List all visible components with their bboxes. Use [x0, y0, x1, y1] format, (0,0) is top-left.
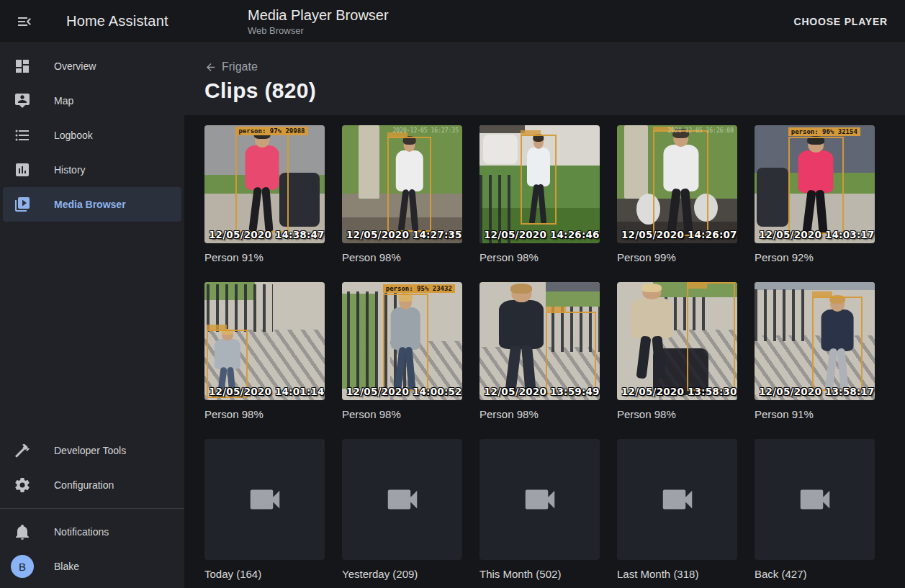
detection-label-chip: person: 96% 32154	[788, 127, 860, 136]
video-camera-icon	[521, 480, 559, 519]
video-camera-icon	[383, 480, 422, 519]
content-header: Frigate Clips (820)	[184, 43, 905, 115]
clip-timestamp: 12/05/2020 13:58:30	[621, 386, 737, 397]
scene-prop	[624, 125, 648, 199]
clip-tile[interactable]: 12/05/2020 13:58:30 Person 98%	[617, 282, 737, 420]
sidebar-item-history[interactable]: History	[3, 153, 181, 187]
choose-player-button[interactable]: CHOOSE PLAYER	[788, 9, 893, 35]
page-title-block: Media Player Browser Web Browser	[248, 7, 389, 36]
clip-tile[interactable]: 2020-12-05 16:26:08 12/05/2020 14:26:07 …	[617, 125, 737, 263]
clip-tile[interactable]: 2020-12-05 16:27:35 12/05/2020 14:27:35 …	[342, 125, 462, 263]
menu-open-icon	[16, 13, 33, 30]
sidebar-item-configuration[interactable]: Configuration	[3, 468, 181, 502]
sidebar-item-map[interactable]: Map	[3, 83, 181, 118]
detection-bounding-box	[521, 135, 557, 225]
detection-mini-chip	[207, 325, 227, 330]
clip-timestamp: 12/05/2020 14:38:47	[209, 229, 325, 240]
clip-caption: Person 98%	[479, 251, 600, 263]
video-camera-icon	[658, 480, 697, 519]
clip-caption: Person 92%	[755, 251, 875, 263]
clip-thumbnail: 2020-12-05 16:26:08 12/05/2020 14:26:07	[617, 125, 737, 243]
scene-prop	[483, 135, 518, 164]
clip-caption: Person 91%	[755, 408, 875, 420]
clip-thumbnail: person: 97% 29988 12/05/2020 14:38:47	[204, 125, 325, 243]
detection-bounding-box	[546, 312, 596, 394]
clip-timestamp: 12/05/2020 14:03:17	[759, 229, 875, 240]
detection-bounding-box	[687, 282, 735, 391]
camera-osd-timestamp: 2020-12-05 16:27:35	[392, 127, 459, 134]
folder-caption: Last Month (318)	[617, 568, 737, 580]
folder-caption: Today (164)	[204, 568, 325, 580]
breadcrumb[interactable]: Frigate	[204, 60, 258, 73]
folder-thumbnail	[204, 439, 325, 560]
clip-thumbnail: 2020-12-05 16:27:35 12/05/2020 14:27:35	[342, 125, 462, 243]
sidebar-item-label: History	[54, 164, 86, 176]
folder-thumbnail	[479, 439, 600, 560]
clip-caption: Person 98%	[479, 408, 600, 420]
detection-bounding-box	[235, 131, 288, 232]
clip-thumbnail: person: 95% 23432 12/05/2020 14:00:52	[342, 282, 462, 400]
clip-caption: Person 98%	[342, 408, 462, 420]
clip-tile[interactable]: 12/05/2020 14:26:46 Person 98%	[479, 125, 600, 263]
clip-caption: Person 99%	[617, 251, 737, 263]
sidebar-item-user-profile[interactable]: B Blake	[3, 549, 181, 584]
clip-timestamp: 12/05/2020 13:58:17	[759, 386, 875, 397]
detection-bounding-box	[653, 130, 708, 237]
map-account-icon	[14, 92, 31, 109]
clip-tile[interactable]: person: 97% 29988 12/05/2020 14:38:47 Pe…	[204, 125, 325, 263]
sidebar-item-label: Configuration	[54, 479, 114, 491]
sidebar-item-notifications[interactable]: Notifications	[3, 515, 181, 549]
folder-tile[interactable]: Yesterday (209)	[342, 439, 462, 580]
sidebar-item-label: Logbook	[54, 130, 93, 141]
person-silhouette	[619, 284, 684, 379]
camera-osd-timestamp: 2020-12-05 16:26:08	[667, 127, 734, 134]
sidebar-item-label: Overview	[54, 60, 96, 72]
folder-tile[interactable]: Last Month (318)	[617, 439, 737, 580]
detection-bounding-box	[387, 137, 431, 231]
sidebar-item-developer-tools[interactable]: Developer Tools	[3, 433, 181, 468]
video-camera-icon	[796, 480, 834, 519]
detection-bounding-box	[788, 137, 844, 233]
sidebar-item-overview[interactable]: Overview	[3, 49, 181, 83]
sidebar-divider	[0, 508, 184, 509]
sidebar-item-label: Developer Tools	[54, 445, 126, 456]
clip-caption: Person 98%	[204, 408, 325, 420]
sidebar-item-media-browser[interactable]: Media Browser	[3, 187, 181, 222]
detection-mini-chip	[521, 130, 541, 135]
folder-tile[interactable]: This Month (502)	[479, 439, 600, 580]
sidebar-spacer	[0, 222, 184, 433]
dashboard-icon	[14, 58, 31, 75]
media-play-box-icon	[14, 196, 31, 213]
app-bar: Home Assistant Media Player Browser Web …	[0, 0, 905, 43]
clip-tile[interactable]: 12/05/2020 13:58:17 Person 91%	[755, 282, 875, 420]
clip-tile[interactable]: person: 96% 32154 12/05/2020 14:03:17 Pe…	[755, 125, 875, 263]
clip-tile[interactable]: person: 95% 23432 12/05/2020 14:00:52 Pe…	[342, 282, 462, 420]
clip-timestamp: 12/05/2020 14:01:14	[209, 386, 325, 397]
detection-label-chip: person: 97% 29988	[235, 127, 307, 135]
gear-icon	[14, 476, 31, 494]
folder-tile[interactable]: Today (164)	[204, 439, 325, 580]
clip-thumbnail: 12/05/2020 14:01:14	[204, 282, 325, 400]
folder-thumbnail	[342, 439, 462, 560]
folder-tile[interactable]: Back (427)	[755, 439, 875, 580]
clip-thumbnail: 12/05/2020 13:58:17	[755, 282, 875, 400]
media-player-subtitle: Web Browser	[248, 25, 389, 36]
sidebar-item-label: Map	[54, 95, 73, 107]
sidebar-item-logbook[interactable]: Logbook	[3, 118, 181, 153]
avatar: B	[11, 555, 34, 578]
fence-overlay	[755, 289, 810, 341]
clip-timestamp: 12/05/2020 14:26:46	[484, 229, 600, 240]
clip-tile[interactable]: 12/05/2020 14:01:14 Person 98%	[204, 282, 325, 420]
arrow-left-icon	[204, 61, 222, 73]
clip-thumbnail: person: 96% 32154 12/05/2020 14:03:17	[755, 125, 875, 243]
clip-caption: Person 98%	[617, 408, 737, 420]
clip-thumbnail: 12/05/2020 13:59:49	[479, 282, 600, 400]
folder-caption: This Month (502)	[479, 568, 600, 580]
content-body: person: 97% 29988 12/05/2020 14:38:47 Pe…	[184, 115, 905, 588]
clip-caption: Person 91%	[204, 251, 325, 263]
video-camera-icon	[246, 480, 284, 519]
folder-thumbnail	[617, 439, 737, 560]
sidebar-toggle-button[interactable]	[13, 10, 36, 33]
detection-bounding-box	[383, 294, 428, 390]
clip-tile[interactable]: 12/05/2020 13:59:49 Person 98%	[479, 282, 600, 420]
